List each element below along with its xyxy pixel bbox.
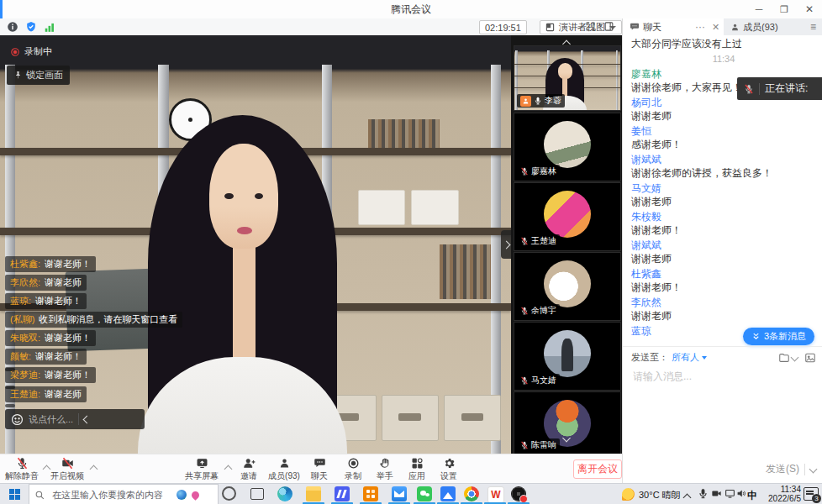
screenshot-icon[interactable] bbox=[804, 352, 816, 364]
participant-name-badge: 李蓉 bbox=[517, 94, 565, 108]
unmute-button[interactable]: 解除静音 bbox=[0, 457, 44, 482]
pinned-app-icon[interactable] bbox=[440, 486, 456, 501]
mic-on-icon bbox=[534, 97, 542, 105]
chat-sender: 谢斌斌 bbox=[631, 239, 816, 252]
mail-app-icon[interactable] bbox=[392, 486, 407, 501]
danmaku-message: 蓝琼:谢谢老师！ bbox=[5, 293, 87, 309]
emoji-icon[interactable] bbox=[11, 413, 24, 426]
avatar bbox=[544, 191, 591, 238]
chevron-right-icon bbox=[502, 240, 510, 249]
chat-sender: 朱桉毅 bbox=[631, 210, 816, 223]
info-icon[interactable] bbox=[7, 21, 18, 33]
participant-tile[interactable]: 陈雷响 bbox=[514, 391, 621, 454]
tray-volume-icon[interactable] bbox=[736, 488, 747, 499]
search-icon bbox=[34, 490, 45, 501]
minimize-button[interactable]: ─ bbox=[746, 0, 772, 18]
chrome-icon[interactable] bbox=[464, 486, 479, 501]
camera-options-icon[interactable] bbox=[91, 463, 97, 475]
participant-tile[interactable]: 余博宇 bbox=[514, 252, 621, 321]
mic-muted-icon bbox=[520, 376, 529, 385]
participant-tile[interactable]: 李蓉 bbox=[514, 45, 621, 111]
pinned-app-icon[interactable] bbox=[417, 486, 432, 501]
mic-muted-icon bbox=[520, 441, 529, 449]
file-explorer-icon[interactable] bbox=[306, 486, 321, 501]
network-signal-icon[interactable] bbox=[44, 21, 55, 33]
meeting-timer: 02:19:51 bbox=[479, 20, 527, 34]
security-shield-icon[interactable] bbox=[25, 21, 37, 33]
settings-button[interactable]: 设置 bbox=[427, 457, 471, 482]
chat-sender: 李欣然 bbox=[631, 296, 816, 309]
message-input[interactable] bbox=[631, 370, 803, 383]
mic-muted-icon bbox=[520, 237, 529, 245]
danmaku-message: 梁梦迪:谢谢老师！ bbox=[5, 367, 96, 383]
mic-muted-icon bbox=[520, 167, 529, 176]
send-options-icon[interactable] bbox=[809, 465, 818, 474]
pinned-app-icon[interactable] bbox=[363, 486, 378, 501]
start-video-button[interactable]: 开启视频 bbox=[45, 457, 89, 482]
windows-taskbar: W 30°C 晴朗 中 11:34 2022/6/5 3 bbox=[0, 483, 822, 504]
fullscreen-icon[interactable] bbox=[585, 21, 596, 32]
maximize-button[interactable]: ❐ bbox=[772, 0, 797, 18]
edge-browser-icon[interactable] bbox=[277, 486, 292, 501]
video-collapse-handle[interactable] bbox=[501, 230, 511, 259]
wps-icon[interactable]: W bbox=[487, 486, 504, 503]
leave-meeting-button[interactable]: 离开会议 bbox=[573, 459, 622, 479]
recorder-app-icon[interactable] bbox=[511, 486, 526, 501]
chat-message: 谢谢老师 bbox=[631, 195, 816, 208]
pinned-app-icon[interactable] bbox=[335, 486, 350, 501]
ime-indicator[interactable]: 中 bbox=[747, 489, 757, 503]
new-messages-button[interactable]: 3条新消息 bbox=[743, 328, 814, 345]
double-chevron-down-icon bbox=[751, 332, 761, 341]
scroll-down-icon[interactable] bbox=[564, 432, 570, 444]
message-input-wrap bbox=[631, 370, 803, 383]
task-view-icon[interactable] bbox=[250, 488, 264, 500]
members-icon bbox=[278, 457, 291, 470]
participant-tile[interactable]: 王楚迪 bbox=[514, 182, 621, 251]
taskbar-clock[interactable]: 11:34 2022/6/5 bbox=[761, 486, 801, 503]
chat-history-icon[interactable] bbox=[778, 352, 798, 364]
tab-members[interactable]: 成员(93) bbox=[724, 18, 809, 35]
tray-mic-icon[interactable] bbox=[698, 488, 709, 499]
chat-message: 谢谢老师 bbox=[631, 309, 816, 323]
layout-icon bbox=[545, 23, 555, 32]
speaking-toast: 正在讲话: bbox=[737, 77, 822, 100]
search-input[interactable] bbox=[50, 489, 171, 501]
danmaku-message: 李欣然:谢谢老师 bbox=[5, 275, 87, 291]
participant-strip: 李蓉 廖嘉林 王楚迪 余博宇 bbox=[511, 35, 622, 454]
weather-icon[interactable] bbox=[622, 488, 635, 501]
close-button[interactable]: ✕ bbox=[797, 0, 822, 18]
share-screen-button[interactable]: 共享屏幕 bbox=[180, 457, 224, 482]
participant-tile[interactable]: 廖嘉林 bbox=[514, 113, 621, 181]
participant-name-badge: 陈雷响 bbox=[517, 438, 560, 452]
start-button[interactable] bbox=[9, 489, 20, 500]
send-button[interactable]: 发送(S) bbox=[766, 462, 799, 476]
chat-more-icon[interactable]: ··· bbox=[695, 21, 705, 33]
tray-camera-icon[interactable] bbox=[711, 488, 722, 499]
presenter-badge-icon bbox=[520, 96, 531, 107]
participant-tile[interactable]: 马文婧 bbox=[514, 322, 621, 391]
taskbar-search[interactable] bbox=[29, 484, 219, 504]
avatar bbox=[544, 121, 591, 168]
weather-text[interactable]: 30°C 晴朗 bbox=[639, 489, 681, 501]
heart-icon bbox=[190, 490, 201, 501]
danmaku-message: (私聊)收到私聊消息，请在聊天窗口查看 bbox=[5, 312, 182, 328]
mic-muted-icon bbox=[744, 84, 754, 94]
chat-close-icon[interactable]: ✕ bbox=[712, 22, 719, 33]
chat-panel: 大部分同学应该没有上过 11:34 廖嘉林 谢谢徐老师，大家再见！ 杨司北 谢谢… bbox=[622, 35, 822, 483]
main-video-area: 录制中 锁定画面 杜紫鑫:谢谢老师！ 李欣然:谢谢老师 蓝琼:谢谢老师！ (私聊… bbox=[0, 35, 511, 454]
chat-message: 谢谢老师 bbox=[631, 252, 816, 265]
side-panel-toggle-icon[interactable] bbox=[603, 21, 614, 32]
lock-view-button[interactable]: 锁定画面 bbox=[7, 66, 70, 85]
title-bar: 腾讯会议 ─ ❐ ✕ bbox=[0, 0, 822, 19]
tray-expand-icon[interactable] bbox=[684, 491, 690, 503]
danmaku-input-bar[interactable]: 说点什么... bbox=[5, 409, 145, 429]
danmaku-message: 杜紫鑫:谢谢老师！ bbox=[5, 256, 96, 272]
collapse-danmaku-icon[interactable] bbox=[83, 415, 92, 423]
tab-chat[interactable]: 聊天 bbox=[623, 18, 724, 35]
tray-display-icon[interactable] bbox=[725, 488, 735, 499]
meeting-toolbar: 解除静音 开启视频 共享屏幕 邀请 成员(93) 聊天 录制 bbox=[0, 454, 622, 484]
panel-menu-icon[interactable]: ≡ bbox=[810, 21, 816, 33]
camera-off-icon bbox=[61, 457, 74, 470]
send-to-dropdown[interactable]: 所有人 bbox=[672, 351, 707, 364]
cortana-icon[interactable] bbox=[222, 486, 236, 501]
